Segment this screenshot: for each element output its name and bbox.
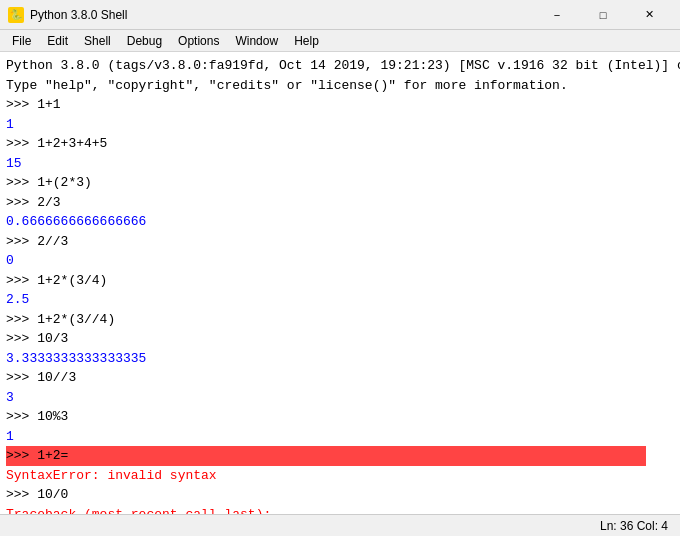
shell-line: >>> 10/3 xyxy=(6,329,674,349)
status-bar: Ln: 36 Col: 4 xyxy=(0,514,680,536)
shell-line: 1 xyxy=(6,427,674,447)
shell-line: >>> 10//3 xyxy=(6,368,674,388)
menu-item-help[interactable]: Help xyxy=(286,32,327,50)
menu-item-shell[interactable]: Shell xyxy=(76,32,119,50)
shell-line: >>> 2/3 xyxy=(6,193,674,213)
shell-line: >>> 1+2= xyxy=(6,446,674,466)
menu-item-options[interactable]: Options xyxy=(170,32,227,50)
menu-bar: FileEditShellDebugOptionsWindowHelp xyxy=(0,30,680,52)
shell-line: >>> 1+(2*3) xyxy=(6,173,674,193)
shell-line: 2.5 xyxy=(6,290,674,310)
title-bar: 🐍 Python 3.8.0 Shell − □ ✕ xyxy=(0,0,680,30)
shell-line: SyntaxError: invalid syntax xyxy=(6,466,674,486)
shell-line: 0 xyxy=(6,251,674,271)
shell-window: Python 3.8.0 (tags/v3.8.0:fa919fd, Oct 1… xyxy=(0,52,680,514)
shell-line: >>> 1+2+3+4+5 xyxy=(6,134,674,154)
shell-line: Traceback (most recent call last): xyxy=(6,505,674,515)
maximize-button[interactable]: □ xyxy=(580,0,626,30)
shell-line: 0.6666666666666666 xyxy=(6,212,674,232)
shell-line: >>> 1+2*(3//4) xyxy=(6,310,674,330)
shell-line: 15 xyxy=(6,154,674,174)
close-button[interactable]: ✕ xyxy=(626,0,672,30)
menu-item-window[interactable]: Window xyxy=(227,32,286,50)
app-icon: 🐍 xyxy=(8,7,24,23)
shell-line: Python 3.8.0 (tags/v3.8.0:fa919fd, Oct 1… xyxy=(6,56,674,76)
shell-line: >>> 10/0 xyxy=(6,485,674,505)
shell-line: >>> 1+2*(3/4) xyxy=(6,271,674,291)
title-bar-controls: − □ ✕ xyxy=(534,0,672,30)
minimize-button[interactable]: − xyxy=(534,0,580,30)
shell-line: >>> 1+1 xyxy=(6,95,674,115)
menu-item-debug[interactable]: Debug xyxy=(119,32,170,50)
shell-line: Type "help", "copyright", "credits" or "… xyxy=(6,76,674,96)
shell-line: >>> 2//3 xyxy=(6,232,674,252)
menu-item-edit[interactable]: Edit xyxy=(39,32,76,50)
shell-line: 1 xyxy=(6,115,674,135)
menu-item-file[interactable]: File xyxy=(4,32,39,50)
shell-line: 3.3333333333333335 xyxy=(6,349,674,369)
title-bar-text: Python 3.8.0 Shell xyxy=(30,8,534,22)
shell-line: 3 xyxy=(6,388,674,408)
shell-line: >>> 10%3 xyxy=(6,407,674,427)
status-text: Ln: 36 Col: 4 xyxy=(600,519,668,533)
